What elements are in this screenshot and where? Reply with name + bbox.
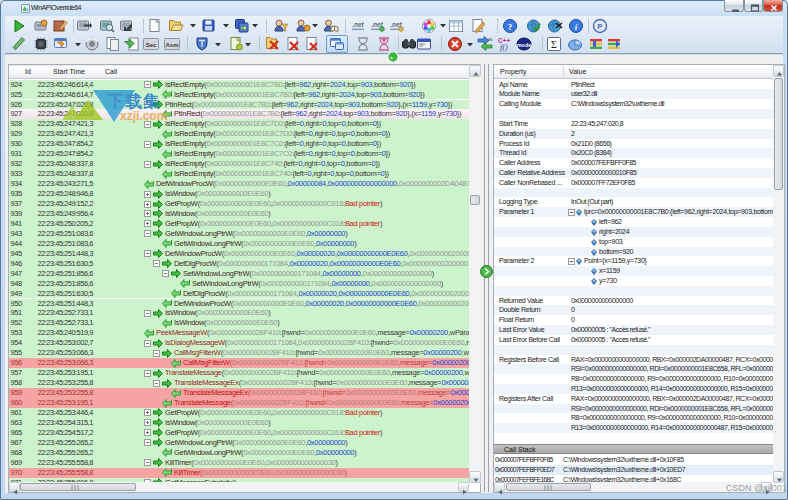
svg-text:.net: .net	[352, 21, 364, 28]
svg-text:Asm: Asm	[165, 42, 178, 48]
svg-text:mode: mode	[517, 42, 532, 48]
svg-text:?: ?	[508, 22, 513, 32]
svg-text:f(): f()	[500, 43, 508, 52]
svg-text:Sk: Sk	[488, 37, 493, 42]
svg-text:Sec: Sec	[146, 42, 157, 48]
svg-text:P: P	[597, 22, 603, 31]
svg-text:Σ: Σ	[551, 39, 557, 50]
